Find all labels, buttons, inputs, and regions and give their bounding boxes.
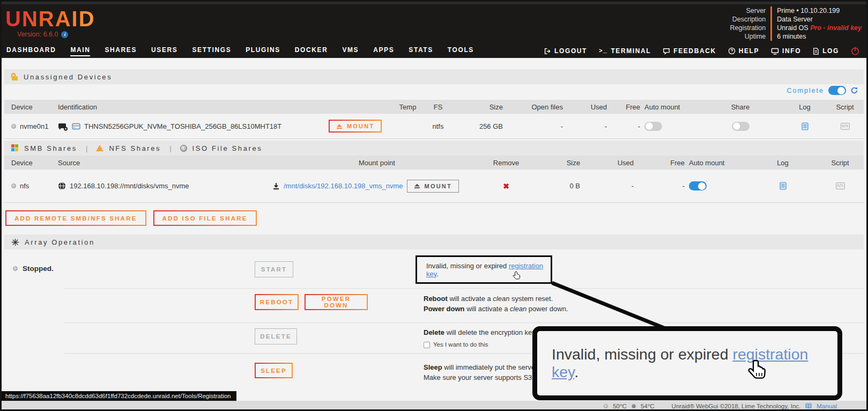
main-navbar: DASHBOARD MAIN SHARES USERS SETTINGS PLU…	[0, 44, 868, 58]
delete-bold: Delete	[424, 328, 444, 336]
callout-prefix: Invalid, missing or expired	[552, 346, 732, 363]
log-icon[interactable]	[802, 122, 808, 130]
partition-icon	[72, 123, 80, 130]
registration-value: Unraid OS Pro - invalid key	[770, 24, 862, 32]
array-status-dot	[13, 266, 18, 271]
registration-status: Pro - invalid key	[810, 24, 862, 32]
delete-button[interactable]: DELETE	[255, 328, 297, 344]
sleep-end: will immediately put the server in	[442, 363, 545, 371]
unraid-logo: UNRAID	[5, 8, 95, 30]
registration-os: Unraid OS	[777, 24, 810, 32]
iso-file-shares-title[interactable]: ISO File Shares	[192, 144, 263, 152]
callout-text: Invalid, missing or expired registration…	[552, 346, 837, 381]
manual-link[interactable]: Manual	[817, 403, 837, 409]
col-fs: FS	[422, 103, 454, 111]
sleep-note: Sleep will immediately put the server in…	[424, 362, 547, 383]
col-used: Used	[567, 103, 611, 111]
terminal-icon: >_	[599, 48, 607, 54]
array-operation-header: Array Operation	[4, 234, 864, 249]
logout-button[interactable]: LOGOUT	[544, 47, 587, 55]
reboot-button[interactable]: REBOOT	[255, 294, 299, 310]
reboot-italic: clean	[493, 295, 509, 303]
share-row: nfs 192.168.10.198://mnt/disks/vms_nvme …	[4, 170, 864, 203]
delete-end: will delete the encryption keyfile.	[444, 328, 546, 336]
feedback-button[interactable]: FEEDBACK	[663, 47, 716, 55]
log-button[interactable]: LOG	[813, 47, 839, 55]
app-header: UNRAID Version: 6.6.0 i Server Prime • 1…	[0, 4, 868, 44]
reboot-end: system reset.	[509, 295, 553, 303]
help-icon	[728, 47, 736, 55]
smb-windows-icon	[11, 144, 19, 152]
share-mount-label: MOUNT	[425, 183, 452, 189]
tab-users[interactable]: USERS	[151, 46, 177, 56]
download-icon[interactable]	[272, 182, 280, 190]
mount-button[interactable]: MOUNT	[329, 120, 382, 133]
delete-confirm-checkbox[interactable]	[424, 342, 430, 348]
smb-shares-title[interactable]: SMB Shares	[24, 144, 77, 152]
description-label: Description	[730, 15, 771, 24]
info-button[interactable]: INFO	[771, 47, 801, 55]
script-icon[interactable]: </>	[836, 182, 845, 189]
unassigned-devices-title: Unassigned Devices	[24, 73, 112, 81]
cell-open-files: -	[507, 122, 567, 130]
sleep-bold: Sleep	[424, 363, 442, 371]
script-icon[interactable]: </>	[841, 123, 850, 130]
tab-main[interactable]: MAIN	[70, 46, 90, 56]
share-auto-mount-toggle[interactable]	[689, 181, 707, 190]
start-button[interactable]: START	[255, 261, 293, 277]
help-button[interactable]: HELP	[728, 47, 759, 55]
cursor-icon-large	[747, 359, 767, 380]
unassigned-device-row: nvme0n1 THNSN5256GPUK_NVMe_TOSHIBA_256GB…	[4, 114, 864, 139]
row-divider	[64, 288, 864, 289]
warning-suffix: .	[436, 270, 439, 278]
mount-point-link[interactable]: /mnt/disks/192.168.10.198_vms_nvme	[284, 182, 403, 190]
reboot-mid: will activate a	[448, 295, 493, 303]
share-toggle[interactable]	[732, 122, 750, 131]
remove-x-icon[interactable]: ✖	[503, 182, 509, 190]
info-monitor-icon	[771, 48, 779, 55]
tab-docker[interactable]: DOCKER	[295, 46, 328, 56]
shares-table-header: Device Source Mount point Remove Size Us…	[4, 156, 864, 170]
share-device-name[interactable]: nfs	[20, 182, 29, 190]
col-open-files: Open files	[507, 103, 567, 111]
nfs-shares-title[interactable]: NFS Shares	[109, 144, 161, 152]
terminal-label: TERMINAL	[611, 47, 651, 55]
eject-icon	[414, 183, 420, 189]
file-shares-header: SMB Shares | NFS Shares | ISO File Share…	[4, 141, 864, 156]
hdd-icon[interactable]	[58, 122, 68, 131]
add-iso-file-share-button[interactable]: ADD ISO FILE SHARE	[153, 210, 257, 226]
log-icon[interactable]	[780, 182, 787, 190]
feedback-label: FEEDBACK	[673, 47, 716, 55]
refresh-icon[interactable]	[850, 86, 858, 94]
tab-settings[interactable]: SETTINGS	[192, 46, 231, 56]
lock-icon	[11, 73, 18, 80]
power-down-button[interactable]: POWER DOWN	[305, 294, 368, 310]
share-mount-button[interactable]: MOUNT	[407, 180, 459, 193]
sleep-button[interactable]: SLEEP	[255, 363, 293, 378]
add-remote-smb-nfs-share-button[interactable]: ADD REMOTE SMB/NFS SHARE	[5, 210, 146, 226]
status-url-text: https://f75638aa12fb340c8dcdd63d6f1ffd73…	[5, 393, 231, 399]
cursor-icon	[513, 271, 521, 280]
tab-stats[interactable]: STATS	[409, 46, 433, 56]
power-icon[interactable]	[851, 47, 859, 55]
logout-icon	[544, 48, 551, 55]
tab-plugins[interactable]: PLUGINS	[246, 46, 280, 56]
callout-connector-line	[551, 281, 669, 332]
tab-dashboard[interactable]: DASHBOARD	[6, 46, 56, 56]
tab-shares[interactable]: SHARES	[105, 46, 137, 56]
tab-tools[interactable]: TOOLS	[448, 46, 474, 56]
tab-vms[interactable]: VMS	[342, 46, 359, 56]
tab-apps[interactable]: APPS	[373, 46, 394, 56]
version-info-icon[interactable]: i	[61, 31, 68, 38]
cell-free: -	[638, 182, 689, 190]
col-identification: Identification	[58, 103, 329, 111]
device-name[interactable]: nvme0n1	[20, 122, 48, 130]
complete-toggle[interactable]	[828, 86, 846, 95]
terminal-button[interactable]: >_ TERMINAL	[599, 47, 651, 55]
auto-mount-toggle[interactable]	[644, 122, 662, 131]
cell-fs: ntfs	[422, 122, 454, 130]
col-device: Device	[4, 159, 58, 167]
book-icon	[805, 403, 812, 409]
warning-text: Invalid, missing or expired registration…	[426, 262, 551, 278]
col-auto-mount: Auto mount	[689, 159, 749, 167]
